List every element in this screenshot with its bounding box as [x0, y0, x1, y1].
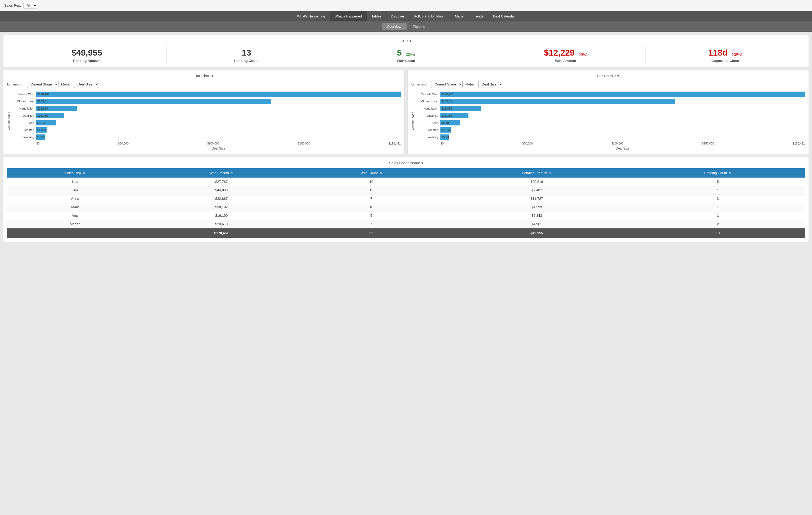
- bar-chart-1-card: Bar Chart ▾ Dimension: Current Stage Met…: [3, 70, 405, 154]
- bar-fill: $109,814: [36, 99, 271, 104]
- leaderboard-title[interactable]: Sales Leaderboard ▾: [7, 161, 805, 165]
- bar-fill: $13,185: [440, 113, 468, 118]
- tab-pipeline[interactable]: Pipeline: [408, 23, 430, 30]
- bar-value: $13,185: [37, 114, 48, 117]
- bar-fill: $18,888: [36, 106, 77, 111]
- nav-maps[interactable]: Maps: [450, 11, 468, 22]
- bar-value: $170,461: [441, 93, 454, 96]
- cell-pendingCount: 3: [631, 195, 805, 203]
- metric-label-1: Metric:: [61, 82, 71, 86]
- bar-row: Lead$9,102: [12, 120, 401, 125]
- bar-fill: $4,841: [36, 127, 47, 133]
- table-row: Anna$22,8677$11,7273: [7, 195, 805, 203]
- bar-label: Negotiation: [12, 107, 36, 110]
- kpi-won-count: 5 ↑ (25%) Won Count: [326, 48, 486, 63]
- bar-track: $109,814: [440, 99, 805, 104]
- kpi-pending-count-label: Pending Count: [167, 59, 326, 63]
- bar-track: $109,814: [36, 99, 401, 104]
- nav-whats-happening[interactable]: What's Happening: [292, 11, 330, 22]
- nav-tables[interactable]: Tables: [367, 11, 386, 22]
- sort-icon-2: ⇅: [231, 171, 233, 175]
- total-won-amount: $170,461: [143, 228, 299, 238]
- nav-deal-calendar[interactable]: Deal Calendar: [488, 11, 520, 22]
- dimension-select-1[interactable]: Current Stage: [27, 81, 58, 88]
- metric-select-2[interactable]: Deal Size: [478, 81, 503, 88]
- cell-wonAmount: $44,833: [143, 186, 299, 195]
- bar-value: $3,939: [441, 136, 451, 139]
- cell-pendingCount: 5: [631, 178, 805, 186]
- cell-wonCount: 10: [300, 178, 443, 186]
- x-axis-label-1: Deal Size: [36, 147, 401, 150]
- nav-trends[interactable]: Trends: [468, 11, 488, 22]
- bar-fill: $4,841: [440, 127, 451, 133]
- bar-value: $4,841: [37, 128, 46, 132]
- kpi-ctc-value: 118d: [708, 48, 728, 58]
- x-axis-2: $0$50,000$100,000$150,000$170,461: [440, 142, 805, 145]
- bar-label: Working: [416, 136, 440, 139]
- col-pending-count[interactable]: Pending Count ⇅: [631, 168, 805, 178]
- bar-value: $109,814: [441, 100, 454, 103]
- table-row: Megan$20,6137$4,9812: [7, 220, 805, 228]
- bar-row: Created$4,841: [416, 127, 805, 133]
- bar-value: $9,102: [37, 121, 46, 124]
- x-axis-label-2: Deal Size: [440, 147, 805, 150]
- bar-track: $4,841: [440, 127, 805, 133]
- bar-row: Negotiation$18,888: [12, 106, 401, 111]
- bar-value: $9,102: [441, 121, 451, 124]
- nav-discover[interactable]: Discover: [386, 11, 409, 22]
- bar-value: $18,888: [441, 107, 452, 110]
- bar-fill: $3,939: [36, 135, 45, 140]
- kpi-won-amount-value: $12,229: [544, 48, 575, 58]
- bar-row: Lead$9,102: [416, 120, 805, 125]
- cell-salesRep: Mark: [7, 203, 143, 211]
- bar-label: Created: [12, 128, 36, 132]
- bar-value: $3,939: [37, 136, 46, 139]
- bar-label: Qualified: [12, 114, 36, 117]
- cell-wonCount: 5: [300, 211, 443, 220]
- metric-select-1[interactable]: Deal Size: [74, 81, 99, 88]
- col-pending-amount[interactable]: Pending Amount ⇅: [443, 168, 631, 178]
- bar-track: $18,888: [36, 106, 401, 111]
- cell-salesRep: Amy: [7, 211, 143, 220]
- bar-track: $9,102: [440, 120, 805, 125]
- dimension-select-2[interactable]: Current Stage: [431, 81, 463, 88]
- cell-pendingAmount: $5,343: [443, 211, 631, 220]
- x-tick: $150,000: [298, 142, 310, 145]
- total-label: [7, 228, 143, 238]
- sort-icon-4: ⇅: [549, 171, 552, 175]
- dimension-label-2: Dimension:: [411, 82, 429, 86]
- bar-value: $18,888: [37, 107, 48, 110]
- bar-label: Closed - Lost: [12, 100, 36, 103]
- col-won-count[interactable]: Won Count ⇅: [300, 168, 443, 178]
- sales-rep-select[interactable]: All: [23, 2, 37, 9]
- col-won-amount[interactable]: Won Amount ⇅: [143, 168, 299, 178]
- kpi-won-amount: $12,229 ↓ (-8%) Won Amount: [486, 48, 645, 63]
- bar-row: Closed - Lost$109,814: [416, 99, 805, 104]
- x-axis-1: $0$50,000$100,000$150,000$170,461: [36, 142, 401, 145]
- col-sales-rep[interactable]: Sales Rep ⇅: [7, 168, 143, 178]
- kpi-pending-amount-label: Pending Amount: [7, 59, 167, 63]
- tab-overview[interactable]: Overview: [382, 23, 407, 30]
- top-filter-bar: Sales Rep: All: [0, 0, 812, 11]
- cell-pendingCount: 1: [631, 203, 805, 211]
- bar-chart-1-bars: Closed - Won$170,461Closed - Lost$109,81…: [12, 92, 401, 140]
- bar-chart-1-title[interactable]: Bar Chart ▾: [7, 74, 401, 78]
- kpi-title[interactable]: KPIs ▾: [7, 39, 805, 43]
- cell-wonCount: 7: [300, 220, 443, 228]
- bar-label: Lead: [416, 121, 440, 124]
- leaderboard-body: Lisa$27,76710$20,8185Jim$44,83313$2,4871…: [7, 178, 805, 228]
- x-tick: $100,000: [207, 142, 220, 145]
- bar-row: Created$4,841: [12, 127, 401, 133]
- bar-row: Working$3,939: [12, 135, 401, 140]
- kpi-ctc-label: Capture to Close: [645, 59, 805, 63]
- kpi-pending-count: 13 Pending Count: [167, 48, 326, 63]
- x-tick: $0: [36, 142, 39, 145]
- nav-whats-happened[interactable]: What's Happened: [330, 11, 367, 22]
- bar-chart-2-card: Bar Chart 2 ▾ Dimension: Current Stage M…: [407, 70, 809, 154]
- bar-track: $3,939: [440, 135, 805, 140]
- bar-chart-2-controls: Dimension: Current Stage Metric: Deal Si…: [411, 81, 805, 88]
- nav-rollup-drilldown[interactable]: Rollup and Drilldown: [409, 11, 450, 22]
- bar-chart-2-title[interactable]: Bar Chart 2 ▾: [411, 74, 805, 78]
- cell-wonAmount: $16,190: [143, 211, 299, 220]
- sort-icon-3: ⇅: [380, 171, 382, 175]
